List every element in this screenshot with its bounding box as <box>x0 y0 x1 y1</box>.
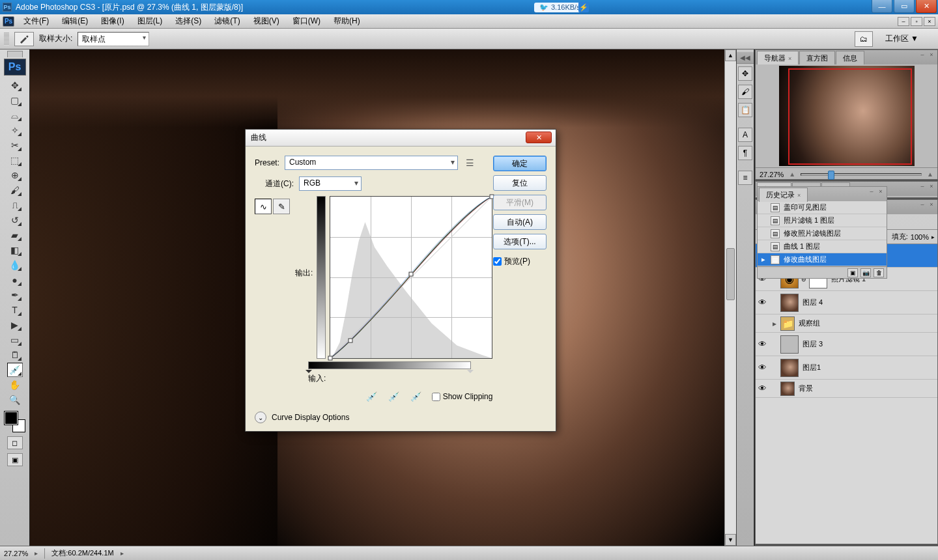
layer-row[interactable]: ▸📁观察组 <box>756 315 937 333</box>
layer-thumb[interactable] <box>780 382 795 396</box>
strip-btn-5[interactable]: ¶ <box>738 146 752 160</box>
strip-btn-2[interactable]: 🖌 <box>738 85 752 99</box>
bolt-icon[interactable]: ⚡ <box>578 2 589 12</box>
quickmask-toggle[interactable]: ◻ <box>7 436 23 449</box>
menu-edit[interactable]: 编辑(E) <box>55 14 94 28</box>
blur-tool[interactable]: 💧 <box>7 258 23 272</box>
dialog-close-button[interactable]: ✕ <box>526 132 552 143</box>
options-button[interactable]: 选项(T)... <box>493 234 547 249</box>
menu-window[interactable]: 窗口(W) <box>286 14 327 28</box>
menu-file[interactable]: 文件(F) <box>17 14 55 28</box>
expand-strip-button[interactable]: ◀◀ <box>737 52 754 64</box>
screenmode-toggle[interactable]: ▣ <box>7 453 23 466</box>
curve-point-2[interactable] <box>409 272 414 277</box>
workspace-label[interactable]: 工作区 ▼ <box>885 33 918 44</box>
brush-tool[interactable]: 🖌 <box>7 183 23 197</box>
maximize-button[interactable]: ▭ <box>894 0 915 13</box>
zoom-in-icon[interactable]: ▲ <box>927 171 933 178</box>
color-swatches[interactable] <box>5 412 25 432</box>
show-clipping-input[interactable] <box>432 393 440 401</box>
menu-filter[interactable]: 滤镜(T) <box>208 14 246 28</box>
menu-select[interactable]: 选择(S) <box>169 14 208 28</box>
curve-graph[interactable] <box>330 196 492 359</box>
visibility-toggle[interactable]: 👁 <box>756 298 769 307</box>
crop-tool[interactable]: ✂ <box>7 138 23 152</box>
fill-input[interactable]: 100% <box>911 233 929 241</box>
visibility-toggle[interactable]: 👁 <box>756 339 769 349</box>
history-step[interactable]: ▤修改照片滤镜图层 <box>758 227 887 240</box>
history-step[interactable]: ▸▤修改曲线图层 <box>758 253 887 266</box>
layer-link-cell[interactable]: ▸ <box>769 319 780 328</box>
lasso-tool[interactable]: ⌓ <box>7 108 23 122</box>
foreground-color-swatch[interactable] <box>5 412 18 425</box>
strip-btn-4[interactable]: A <box>738 128 752 142</box>
visibility-toggle[interactable]: 👁 <box>756 384 769 393</box>
scroll-down-button[interactable]: ▼ <box>725 534 736 546</box>
close-button[interactable]: ✕ <box>916 0 937 13</box>
panel-minimize-icon[interactable]: – <box>918 51 927 59</box>
layer-name[interactable]: 图层 3 <box>803 339 823 349</box>
layer-thumb[interactable] <box>780 359 799 377</box>
navigator-thumb[interactable] <box>779 66 915 166</box>
white-eyedropper-icon[interactable]: 💉 <box>410 391 423 402</box>
visibility-toggle[interactable]: 👁 <box>756 363 769 372</box>
pen-tool[interactable]: ✒ <box>7 288 23 302</box>
menu-layer[interactable]: 图层(L) <box>131 14 169 28</box>
menu-view[interactable]: 视图(V) <box>247 14 286 28</box>
panel-close-icon[interactable]: × <box>927 201 936 209</box>
hand-tool[interactable]: ✋ <box>7 378 23 392</box>
gradient-tool[interactable]: ◧ <box>7 243 23 257</box>
layer-row[interactable]: 👁图层 4 <box>756 291 937 315</box>
optbar-grip[interactable] <box>4 33 9 46</box>
zoom-out-icon[interactable]: ▲ <box>789 171 795 178</box>
show-clipping-checkbox[interactable]: Show Clipping <box>432 392 493 401</box>
tab-navigator[interactable]: 导航器× <box>757 51 799 65</box>
minimize-button[interactable]: — <box>872 0 892 13</box>
panel-minimize-icon[interactable]: – <box>918 183 927 191</box>
layer-name[interactable]: 观察组 <box>799 318 820 328</box>
history-delete-icon[interactable]: 🗑 <box>874 268 884 277</box>
strip-btn-6[interactable]: ≡ <box>738 171 752 185</box>
reset-button[interactable]: 复位 <box>493 175 547 191</box>
history-new-doc-icon[interactable]: ▣ <box>847 268 858 277</box>
tab-history[interactable]: 历史记录× <box>759 188 808 202</box>
preview-input[interactable] <box>493 257 502 266</box>
heal-tool[interactable]: ⊕ <box>7 168 23 182</box>
eyedropper-tool[interactable]: 💉 <box>7 363 23 377</box>
history-step[interactable]: ▤曲线 1 图层 <box>758 240 887 253</box>
layer-name[interactable]: 背景 <box>799 384 813 393</box>
black-eyedropper-icon[interactable]: 💉 <box>365 391 378 402</box>
layer-thumb[interactable] <box>780 335 799 354</box>
toolbox-grip[interactable] <box>7 51 23 57</box>
history-brush-tool[interactable]: ↺ <box>7 213 23 227</box>
layer-row[interactable]: 👁图层 3 <box>756 333 937 356</box>
preset-menu-icon[interactable]: ☰ <box>463 156 476 169</box>
layer-thumb[interactable] <box>780 294 799 312</box>
history-step[interactable]: ▤盖印可见图层 <box>758 201 887 214</box>
zoom-slider[interactable] <box>801 173 922 176</box>
scroll-up-button[interactable]: ▲ <box>725 49 736 61</box>
navigator-body[interactable] <box>756 64 937 167</box>
layer-name[interactable]: 图层1 <box>803 363 821 372</box>
curve-display-options-toggle[interactable]: ⌄ <box>255 412 266 423</box>
curve-mode-point[interactable]: ∿ <box>255 199 272 214</box>
panel-close-icon[interactable]: × <box>927 183 936 191</box>
doc-restore-button[interactable]: ▫ <box>911 17 922 26</box>
panel-minimize-icon[interactable]: – <box>918 201 927 209</box>
tab-histogram[interactable]: 直方图 <box>799 51 835 65</box>
stamp-tool[interactable]: ⎍ <box>7 198 23 212</box>
doc-close-button[interactable]: × <box>924 17 935 26</box>
curve-point-1[interactable] <box>348 338 353 343</box>
layer-row[interactable]: 👁图层1 <box>756 356 937 380</box>
status-docinfo[interactable]: 文档:60.2M/244.1M <box>51 548 113 558</box>
curve-mode-pencil[interactable]: ✎ <box>273 199 290 214</box>
layer-row[interactable]: 👁背景 <box>756 380 937 398</box>
ok-button[interactable]: 确定 <box>493 156 547 171</box>
navigator-zoom-value[interactable]: 27.27% <box>760 171 784 178</box>
sample-size-combo[interactable]: 取样点 <box>78 32 149 46</box>
panel-close-icon[interactable]: × <box>927 51 936 59</box>
dodge-tool[interactable]: ● <box>7 273 23 287</box>
path-select-tool[interactable]: ▶ <box>7 318 23 332</box>
preview-checkbox[interactable]: 预览(P) <box>493 256 547 267</box>
workspace-icon[interactable]: 🗂 <box>855 31 873 47</box>
